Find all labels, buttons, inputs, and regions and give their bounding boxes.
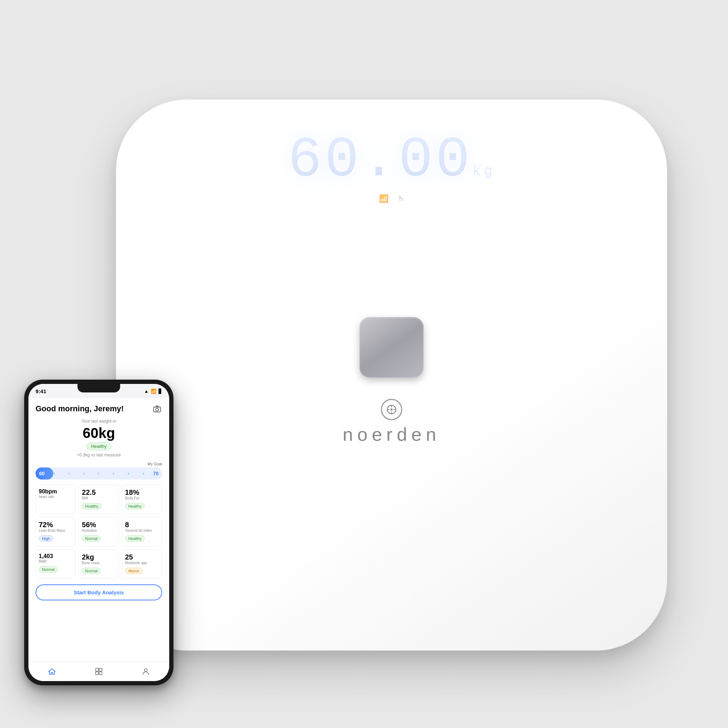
scale-unit: kg <box>473 164 496 179</box>
metric-badge-1: Healthy <box>82 503 101 509</box>
app-content[interactable]: Good morning, Jeremy! Your last weight-i… <box>28 398 169 661</box>
weight-status-badge: Healthy <box>86 442 111 450</box>
weight-section: Your last weight-in 60kg Healthy +0.3kg … <box>35 419 162 457</box>
metric-label-8: Metabolic age <box>125 561 159 565</box>
scale-brand-area: noerDen <box>343 399 440 445</box>
svg-point-7 <box>156 408 159 411</box>
metric-card-3: 72%Lean Body MassHigh <box>35 517 76 546</box>
battery-status-icon: ▊ <box>159 388 162 394</box>
metric-value-4: 56% <box>82 521 116 529</box>
metric-label-7: Bone mass <box>82 561 116 565</box>
svg-rect-10 <box>96 672 98 674</box>
goal-end-label: 70 <box>153 471 159 476</box>
dot-6 <box>128 473 129 474</box>
metric-badge-6: Normal <box>39 566 58 573</box>
dot-4 <box>98 473 99 474</box>
metric-value-3: 72% <box>39 521 72 529</box>
dot-2 <box>68 473 70 474</box>
metric-card-8: 25Metabolic ageAbove <box>122 549 162 579</box>
scale-connectivity-icons: 📶 ♄ <box>288 194 495 203</box>
metric-badge-3: High <box>39 535 54 542</box>
dot-7 <box>142 473 144 474</box>
goal-start-label: 60 <box>39 471 45 476</box>
metric-card-5: 8Visceral fat indexHealthy <box>122 517 162 546</box>
greeting-text: Good morning, Jeremy! <box>35 404 124 413</box>
svg-point-12 <box>144 668 147 671</box>
metric-value-6: 1,403 <box>39 553 72 560</box>
scale-display: 60.00 kg 📶 ♄ <box>288 128 495 203</box>
weight-delta: +0.3kg vs last measure <box>35 453 162 457</box>
progress-dots <box>54 473 144 474</box>
wifi-status-icon: 📶 <box>151 388 156 394</box>
metric-label-0: heart rate <box>39 495 72 499</box>
metric-value-8: 25 <box>125 553 159 561</box>
nav-profile[interactable] <box>141 667 150 676</box>
metric-badge-8: Above <box>125 568 142 574</box>
brand-name-text: noerDen <box>343 424 440 445</box>
app-header: Good morning, Jeremy! <box>35 404 162 414</box>
metric-label-1: BMI <box>82 496 116 500</box>
metric-value-5: 8 <box>125 521 159 529</box>
metric-label-2: Body Fat <box>125 496 159 500</box>
metric-badge-2: Healthy <box>125 503 145 509</box>
progress-fill: 60 <box>35 468 54 480</box>
metric-card-2: 18%Body FatHealthy <box>122 485 162 514</box>
phone-screen: 9:41 ▲ 📶 ▊ Good morning, Jeremy! <box>28 384 169 681</box>
signal-icon: ▲ <box>144 388 148 394</box>
nav-grid[interactable] <box>95 667 103 676</box>
metric-badge-4: Normal <box>82 535 101 542</box>
svg-rect-8 <box>96 668 98 671</box>
dot-1 <box>54 473 55 474</box>
status-bar: 9:41 ▲ 📶 ▊ <box>28 384 169 398</box>
scene: 60.00 kg 📶 ♄ noerDen <box>0 0 728 728</box>
metric-badge-5: Healthy <box>125 535 145 542</box>
metric-card-0: 90bpmheart rate <box>35 485 76 514</box>
metric-value-0: 90bpm <box>39 488 72 495</box>
brand-logo-icon <box>381 399 402 420</box>
start-body-analysis-button[interactable]: Start Body Analysis <box>35 584 162 600</box>
metrics-grid: 90bpmheart rate22.5BMIHealthy18%Body Fat… <box>35 485 162 579</box>
metric-card-4: 56%HydrationNormal <box>78 517 119 546</box>
metric-card-1: 22.5BMIHealthy <box>78 485 119 514</box>
phone-device: 9:41 ▲ 📶 ▊ Good morning, Jeremy! <box>24 380 173 685</box>
metric-card-6: 1,403BMRNormal <box>35 549 76 579</box>
metric-label-5: Visceral fat index <box>125 529 159 532</box>
scale-device: 60.00 kg 📶 ♄ noerDen <box>116 99 667 650</box>
svg-rect-6 <box>154 407 161 412</box>
bottom-nav <box>28 661 169 681</box>
metric-value-7: 2kg <box>82 553 116 561</box>
metric-label-4: Hydration <box>82 529 116 532</box>
phone-notch <box>78 384 120 392</box>
status-icons: ▲ 📶 ▊ <box>144 388 162 394</box>
metric-value-2: 18% <box>125 488 159 496</box>
metric-badge-7: Normal <box>82 568 101 574</box>
current-weight: 60kg <box>35 425 162 441</box>
camera-icon[interactable] <box>152 404 162 414</box>
metric-label-6: BMR <box>39 560 72 563</box>
metric-label-3: Lean Body Mass <box>39 529 72 532</box>
dot-5 <box>113 473 115 474</box>
status-time: 9:41 <box>35 388 46 394</box>
progress-track: 60 70 <box>35 468 162 480</box>
dot-3 <box>83 473 85 474</box>
nav-home[interactable] <box>47 667 56 676</box>
wifi-icon: 📶 <box>379 194 388 203</box>
last-weigh-label: Your last weight-in <box>35 419 162 424</box>
bluetooth-icon: ♄ <box>398 194 405 203</box>
scale-sensor-pad <box>360 317 424 378</box>
metric-value-1: 22.5 <box>82 488 116 496</box>
goal-section: My Goal 60 <box>35 462 162 480</box>
svg-rect-11 <box>99 672 102 674</box>
metric-card-7: 2kgBone massNormal <box>78 549 119 579</box>
svg-rect-9 <box>99 668 102 671</box>
scale-weight-value: 60.00 <box>288 128 473 192</box>
goal-label: My Goal <box>147 462 162 466</box>
svg-point-1 <box>391 408 393 411</box>
